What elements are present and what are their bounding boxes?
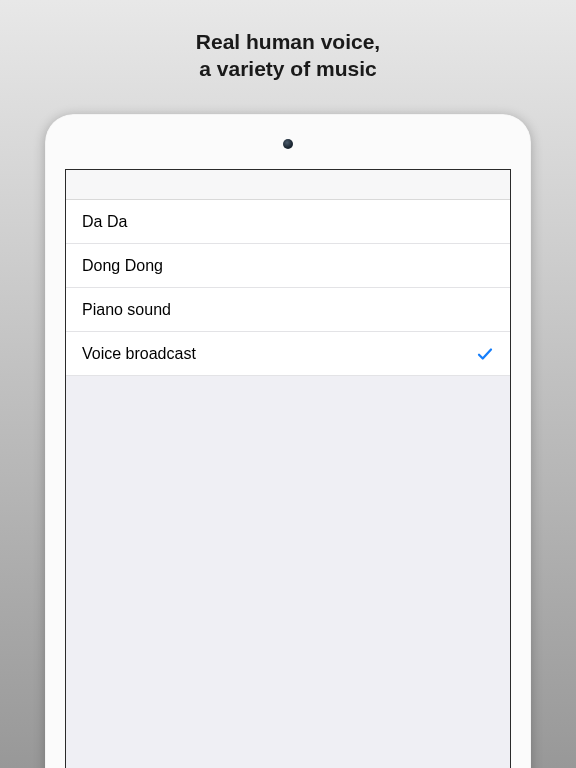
status-bar	[66, 170, 510, 200]
headline-line-1: Real human voice,	[0, 28, 576, 55]
tablet-device-frame: Da Da Dong Dong Piano sound Voice broadc…	[45, 114, 531, 768]
checkmark-icon	[476, 345, 494, 363]
sound-options-list: Da Da Dong Dong Piano sound Voice broadc…	[66, 200, 510, 376]
list-item-label: Dong Dong	[82, 257, 163, 275]
list-item-label: Voice broadcast	[82, 345, 196, 363]
camera-icon	[283, 139, 293, 149]
headline-line-2: a variety of music	[0, 55, 576, 82]
list-item[interactable]: Dong Dong	[66, 244, 510, 288]
screen: Da Da Dong Dong Piano sound Voice broadc…	[65, 169, 511, 768]
list-item-label: Da Da	[82, 213, 127, 231]
list-item[interactable]: Voice broadcast	[66, 332, 510, 376]
list-item[interactable]: Piano sound	[66, 288, 510, 332]
promo-headline: Real human voice, a variety of music	[0, 0, 576, 103]
list-item[interactable]: Da Da	[66, 200, 510, 244]
list-item-label: Piano sound	[82, 301, 171, 319]
